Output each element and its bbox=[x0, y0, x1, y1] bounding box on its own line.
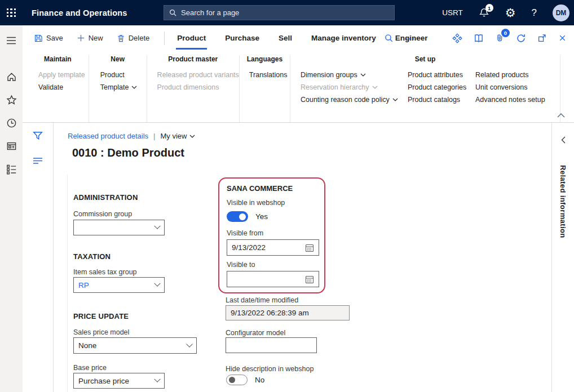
sales-price-model-select[interactable]: None bbox=[73, 337, 197, 354]
advanced-notes-setup-button[interactable]: Advanced notes setup bbox=[475, 93, 560, 106]
template-dropdown-button[interactable]: Template bbox=[89, 81, 147, 93]
hamburger-icon bbox=[6, 37, 16, 44]
open-in-new-window-button[interactable] bbox=[537, 33, 547, 43]
search-icon bbox=[169, 8, 177, 17]
tab-sell[interactable]: Sell bbox=[279, 34, 292, 42]
settings-button[interactable]: ⚙ bbox=[505, 7, 516, 19]
item-sales-tax-group-value[interactable]: RP bbox=[78, 281, 89, 289]
more-options-button[interactable] bbox=[405, 34, 415, 43]
find-records-button[interactable] bbox=[384, 33, 394, 43]
chevron-down-icon bbox=[392, 98, 398, 101]
avatar[interactable]: DM bbox=[553, 5, 569, 21]
calendar-icon[interactable] bbox=[305, 275, 314, 284]
collapse-action-pane-button[interactable] bbox=[557, 113, 565, 118]
breadcrumb-link[interactable]: Released product details bbox=[68, 132, 148, 140]
product-attributes-button[interactable]: Product attributes bbox=[408, 69, 475, 81]
hide-description-value: No bbox=[255, 376, 264, 384]
sana-commerce-section: SANA COMMERCE Visible in webshop Yes Vis… bbox=[218, 177, 325, 293]
apply-template-button[interactable]: Apply template bbox=[27, 69, 89, 81]
view-selector[interactable]: My view bbox=[160, 132, 195, 140]
new-button[interactable]: New bbox=[77, 34, 103, 42]
notification-badge: 1 bbox=[485, 4, 493, 12]
notifications-button[interactable]: 1 bbox=[479, 7, 489, 18]
reservation-hierarchy-dropdown-button[interactable]: Reservation hierarchy bbox=[290, 81, 408, 93]
related-information-tab[interactable]: Related information bbox=[559, 165, 567, 238]
group-new: New Product Template bbox=[89, 55, 147, 122]
translations-button[interactable]: Translations bbox=[240, 69, 290, 81]
group-title-maintain: Maintain bbox=[27, 55, 89, 64]
group-title-new: New bbox=[89, 55, 147, 64]
visible-in-webshop-toggle[interactable] bbox=[227, 211, 248, 222]
nav-modules-button[interactable] bbox=[0, 158, 23, 180]
nav-menu-button[interactable] bbox=[0, 29, 23, 52]
translations-label: Translations bbox=[249, 69, 288, 81]
commission-group-combobox[interactable] bbox=[73, 220, 165, 235]
module-list-icon bbox=[6, 164, 17, 175]
action-pane: Maintain Apply template Validate New Pro… bbox=[23, 51, 574, 123]
filter-button[interactable] bbox=[32, 131, 43, 141]
product-catalogs-button[interactable]: Product catalogs bbox=[408, 93, 475, 106]
dimension-groups-dropdown-button[interactable]: Dimension groups bbox=[290, 69, 408, 81]
power-apps-button[interactable] bbox=[452, 33, 462, 43]
tab-product[interactable]: Product bbox=[177, 34, 206, 42]
ribbon-right-icons: 0 bbox=[384, 25, 567, 51]
search-input[interactable] bbox=[181, 8, 390, 17]
product-categories-button[interactable]: Product categories bbox=[408, 81, 475, 93]
chevron-down-icon bbox=[186, 341, 192, 347]
nav-workspaces-button[interactable] bbox=[0, 135, 23, 157]
related-products-button[interactable]: Related products bbox=[475, 69, 560, 81]
office-button[interactable] bbox=[474, 33, 484, 43]
attachments-button[interactable]: 0 bbox=[495, 33, 505, 43]
ellipsis-icon bbox=[405, 34, 415, 43]
form-left-edge bbox=[67, 175, 68, 392]
item-sales-tax-group-combobox[interactable]: RP bbox=[73, 277, 165, 293]
global-search[interactable] bbox=[164, 5, 395, 20]
counting-reason-code-policy-dropdown-button[interactable]: Counting reason code policy bbox=[290, 93, 408, 106]
home-icon bbox=[6, 72, 17, 82]
save-button[interactable]: Save bbox=[34, 34, 63, 43]
visible-to-date-input[interactable] bbox=[227, 271, 319, 287]
nav-favorites-button[interactable] bbox=[0, 88, 23, 111]
close-button[interactable] bbox=[558, 34, 567, 42]
command-bar: Save New Delete Product Purchase Sell Ma… bbox=[23, 25, 574, 51]
visible-from-date-input[interactable]: 9/13/2022 bbox=[227, 239, 319, 256]
chevron-down-icon bbox=[189, 135, 195, 138]
workspace-window-icon bbox=[6, 141, 17, 152]
product-dimensions-button[interactable]: Product dimensions bbox=[147, 81, 239, 93]
tab-manage-inventory[interactable]: Manage inventory bbox=[311, 34, 376, 42]
base-price-select[interactable]: Purchase price bbox=[73, 373, 165, 389]
save-icon bbox=[34, 34, 43, 43]
app-launcher-button[interactable] bbox=[0, 0, 23, 25]
dimension-groups-label: Dimension groups bbox=[301, 69, 357, 81]
app-title[interactable]: Finance and Operations bbox=[32, 8, 127, 17]
commission-group-label: Commission group bbox=[73, 210, 132, 218]
delete-button[interactable]: Delete bbox=[117, 34, 150, 43]
sales-price-model-value: None bbox=[78, 341, 96, 350]
refresh-button[interactable] bbox=[516, 33, 526, 43]
hide-description-toggle[interactable] bbox=[226, 375, 248, 385]
trash-icon bbox=[117, 34, 125, 43]
configurator-model-input[interactable] bbox=[226, 337, 317, 353]
nav-recent-button[interactable] bbox=[0, 112, 23, 134]
section-administration: ADMINISTRATION bbox=[73, 193, 138, 202]
expand-related-panel-button[interactable] bbox=[561, 136, 566, 144]
nav-home-button[interactable] bbox=[0, 65, 23, 88]
apply-template-label: Apply template bbox=[38, 69, 85, 81]
toc-button[interactable] bbox=[32, 156, 43, 165]
toggle-knob bbox=[229, 377, 235, 383]
visible-from-value: 9/13/2022 bbox=[232, 243, 266, 252]
chevron-left-icon bbox=[561, 136, 566, 144]
last-modified-value: 9/13/2022 06:28:39 am bbox=[231, 309, 309, 317]
calendar-icon[interactable] bbox=[305, 243, 314, 252]
unit-conversions-button[interactable]: Unit conversions bbox=[475, 81, 560, 93]
validate-button[interactable]: Validate bbox=[27, 81, 89, 93]
tab-purchase[interactable]: Purchase bbox=[225, 34, 259, 42]
help-button[interactable]: ? bbox=[532, 7, 537, 19]
new-product-button[interactable]: Product bbox=[89, 69, 147, 81]
new-product-label: Product bbox=[100, 69, 125, 81]
released-product-variants-button[interactable]: Released product variants bbox=[147, 69, 239, 81]
released-product-variants-label: Released product variants bbox=[157, 69, 239, 81]
lines-icon bbox=[32, 156, 43, 165]
visible-from-label: Visible from bbox=[227, 229, 317, 237]
environment-label[interactable]: USRT bbox=[442, 8, 463, 17]
